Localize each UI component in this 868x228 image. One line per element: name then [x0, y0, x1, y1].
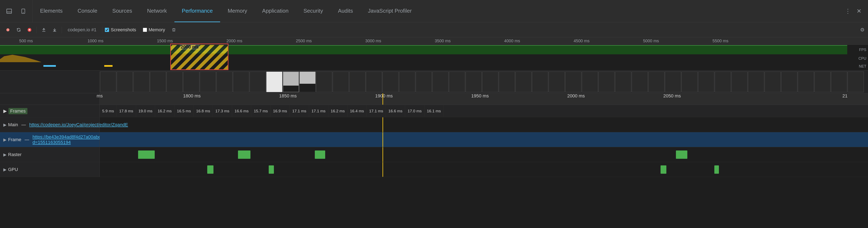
tab-network[interactable]: Network [140, 0, 174, 22]
frame-time-4: 16.5 ms [175, 105, 194, 117]
screenshot-21 [449, 72, 465, 92]
gpu-block-1 [207, 165, 214, 174]
frame-time-15: 16.6 ms [386, 105, 405, 117]
memory-checkbox[interactable] [143, 28, 147, 32]
track-gpu-label[interactable]: ▶ GPU [0, 162, 100, 177]
track-raster-label[interactable]: ▶ Raster [0, 147, 100, 162]
raster-block-4 [676, 150, 687, 159]
separator-2 [62, 27, 62, 33]
screenshot-12 [300, 72, 316, 92]
raster-expand-arrow: ▶ [3, 152, 6, 157]
frame-time-8: 15.7 ms [251, 105, 271, 117]
raster-block-3 [315, 150, 325, 159]
ruler-tick-4000: 4000 ms [504, 39, 520, 43]
track-frame-name: Frame [8, 137, 21, 142]
overview-ruler: 500 ms 1000 ms 1500 ms 2000 ms 2500 ms 3… [0, 37, 868, 45]
tab-memory[interactable]: Memory [220, 0, 255, 22]
clear-button[interactable] [25, 25, 34, 34]
main-expand-arrow: ▶ [3, 122, 6, 127]
settings-icon[interactable]: ⚙ [860, 27, 865, 33]
raster-block-2 [238, 150, 250, 159]
trash-button[interactable] [169, 25, 178, 34]
track-main-label[interactable]: ▶ Main — https://codepen.io/JoeyCai/proj… [0, 117, 100, 132]
screenshot-17 [382, 72, 399, 92]
screenshot-31 [615, 72, 631, 92]
tab-sources[interactable]: Sources [105, 0, 140, 22]
track-main-separator: — [21, 122, 26, 127]
tab-console[interactable]: Console [70, 0, 105, 22]
tab-application[interactable]: Application [255, 0, 296, 22]
track-frame-separator: — [25, 137, 29, 142]
track-frame-label[interactable]: ▶ Frame — https://be43e394ad8f4d27a00abe… [0, 132, 100, 147]
tab-js-profiler[interactable]: JavaScript Profiler [361, 0, 419, 22]
frames-label[interactable]: ▶ Frames [0, 105, 100, 117]
track-gpu: ▶ GPU [0, 162, 868, 177]
tab-audits[interactable]: Audits [330, 0, 360, 22]
detail-tick-1850: 1850 ms [279, 93, 297, 99]
screenshot-44 [831, 72, 847, 92]
track-gpu-content [100, 162, 868, 177]
nav-tabs: Elements Console Sources Network Perform… [33, 0, 838, 22]
frame-time-9: 16.9 ms [271, 105, 290, 117]
mobile-icon[interactable] [18, 6, 29, 16]
screenshot-27 [549, 72, 565, 92]
screenshot-39 [748, 72, 764, 92]
tab-elements[interactable]: Elements [33, 0, 70, 22]
screenshot-0 [100, 72, 116, 92]
detail-tick-21: 21 [842, 93, 847, 99]
record-button[interactable] [3, 25, 12, 34]
screenshots-checkbox[interactable] [105, 28, 109, 32]
screenshot-2 [133, 72, 150, 92]
screenshot-24 [499, 72, 515, 92]
frame-time-0: 5.9 ms [100, 105, 117, 117]
frames-row: ▶ Frames 5.9 ms 17.8 ms 19.0 ms 16.2 ms … [0, 105, 868, 117]
track-raster-content [100, 147, 868, 162]
screenshot-40 [765, 72, 781, 92]
separator-1 [36, 27, 37, 33]
screenshot-23 [482, 72, 498, 92]
tab-security[interactable]: Security [296, 0, 331, 22]
screenshot-8 [233, 72, 249, 92]
reload-button[interactable] [14, 25, 23, 34]
screenshot-25 [516, 72, 532, 92]
toolbar: codepen.io #1 Screenshots Memory ⚙ [0, 23, 868, 37]
ruler-tick-4500: 4500 ms [574, 39, 590, 43]
frame-time-10: 17.1 ms [290, 105, 309, 117]
track-main-name: Main [8, 122, 18, 127]
net-bar: NET [0, 62, 868, 71]
screenshot-5 [183, 72, 199, 92]
detail-tick-2000: 2000 ms [567, 93, 585, 99]
screenshot-18 [399, 72, 415, 92]
gpu-time-marker [382, 162, 383, 177]
frames-expand-arrow: ▶ [3, 108, 7, 114]
gpu-expand-arrow: ▶ [3, 167, 6, 172]
screenshot-26 [532, 72, 548, 92]
screenshot-43 [814, 72, 831, 92]
cpu-fill [0, 55, 41, 62]
track-raster: ▶ Raster [0, 147, 868, 162]
screenshot-1 [117, 72, 133, 92]
gpu-block-4 [714, 165, 719, 174]
screenshot-30 [598, 72, 615, 92]
screenshot-11 [283, 72, 299, 92]
screenshot-33 [648, 72, 664, 92]
download-button[interactable] [50, 25, 59, 34]
upload-button[interactable] [39, 25, 49, 34]
dock-icon[interactable] [4, 6, 14, 16]
svg-rect-0 [7, 9, 11, 13]
timeline-overview[interactable]: 500 ms 1000 ms 1500 ms 2000 ms 2500 ms 3… [0, 37, 868, 71]
frames-label-text: Frames [8, 108, 27, 114]
screenshot-16 [366, 72, 382, 92]
cpu-label: CPU [859, 56, 866, 61]
frame-time-marker [382, 132, 383, 147]
detail-tick-1950: 1950 ms [471, 93, 489, 99]
time-marker [382, 93, 383, 105]
screenshot-34 [665, 72, 681, 92]
more-options-icon[interactable]: ⋮ [843, 6, 852, 16]
screenshot-13 [316, 72, 332, 92]
cpu-bar: CPU [0, 55, 868, 62]
track-frame: ▶ Frame — https://be43e394ad8f4d27a00abe… [0, 132, 868, 147]
close-icon[interactable]: ✕ [855, 6, 863, 16]
ruler-left-spacer [0, 93, 100, 105]
tab-performance[interactable]: Performance [175, 0, 220, 22]
